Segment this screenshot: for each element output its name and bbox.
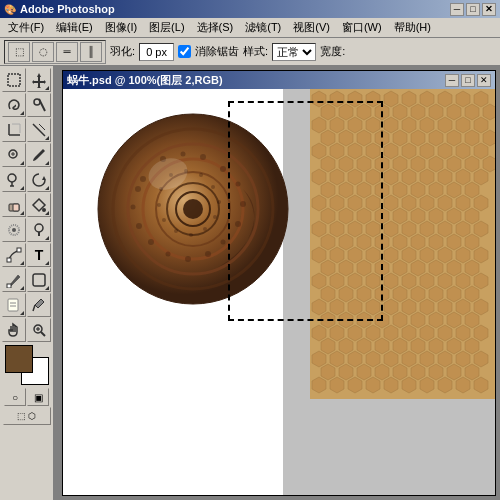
hand-tool[interactable] xyxy=(2,318,26,342)
screen-mode-button[interactable]: ▣ xyxy=(27,388,49,406)
menu-window[interactable]: 窗口(W) xyxy=(336,18,388,37)
svg-point-294 xyxy=(189,233,193,237)
svg-line-9 xyxy=(39,124,45,130)
svg-line-32 xyxy=(33,305,35,311)
main-area: T xyxy=(0,66,500,500)
menu-bar: 文件(F) 编辑(E) 图像(I) 图层(L) 选择(S) 滤镜(T) 视图(V… xyxy=(0,18,500,38)
options-bar: ⬚ ◌ ═ ║ 羽化: 消除锯齿 样式: 正常 宽度: xyxy=(0,38,500,66)
eyedropper-tool[interactable] xyxy=(27,293,51,317)
svg-point-285 xyxy=(135,186,141,192)
tool-row-2 xyxy=(2,93,51,117)
svg-rect-18 xyxy=(13,204,19,211)
notes-tool[interactable] xyxy=(2,293,26,317)
svg-point-283 xyxy=(136,223,142,229)
view-mode-row: ⬚ ⬡ xyxy=(2,407,51,425)
rectangular-marquee-tool[interactable] xyxy=(2,68,26,92)
history-brush-tool[interactable] xyxy=(27,168,51,192)
dodge-tool[interactable] xyxy=(27,218,51,242)
move-tool[interactable] xyxy=(27,68,51,92)
brush-tool[interactable] xyxy=(27,143,51,167)
snail-image xyxy=(83,99,303,319)
doc-close-button[interactable]: ✕ xyxy=(477,74,491,87)
col-marquee-btn[interactable]: ║ xyxy=(80,42,102,62)
tool-row-5 xyxy=(2,168,51,192)
menu-edit[interactable]: 编辑(E) xyxy=(50,18,99,37)
document-window: 蜗牛.psd @ 100%(图层 2,RGB) ─ □ ✕ xyxy=(62,70,496,496)
lasso-tool[interactable] xyxy=(2,93,26,117)
round-marquee-btn[interactable]: ◌ xyxy=(32,42,54,62)
style-label: 样式: xyxy=(243,44,268,59)
style-select[interactable]: 正常 xyxy=(272,43,316,61)
svg-point-297 xyxy=(157,203,161,207)
doc-minimize-button[interactable]: ─ xyxy=(445,74,459,87)
menu-view[interactable]: 视图(V) xyxy=(287,18,336,37)
menu-layer[interactable]: 图层(L) xyxy=(143,18,190,37)
svg-rect-27 xyxy=(7,284,11,288)
tool-row-7 xyxy=(2,218,51,242)
svg-rect-25 xyxy=(7,258,11,262)
svg-point-274 xyxy=(220,166,226,172)
shape-tool[interactable] xyxy=(27,268,51,292)
clone-stamp-tool[interactable] xyxy=(2,168,26,192)
document-titlebar: 蜗牛.psd @ 100%(图层 2,RGB) ─ □ ✕ xyxy=(63,71,495,89)
hex-texture-area xyxy=(310,89,495,495)
rect-marquee-btn[interactable]: ⬚ xyxy=(8,42,30,62)
svg-point-280 xyxy=(185,256,191,262)
feather-input[interactable] xyxy=(139,43,174,61)
svg-point-22 xyxy=(12,228,16,232)
menu-file[interactable]: 文件(F) xyxy=(2,18,50,37)
tool-row-6 xyxy=(2,193,51,217)
canvas-area: 蜗牛.psd @ 100%(图层 2,RGB) ─ □ ✕ xyxy=(54,66,500,500)
document-title: 蜗牛.psd @ 100%(图层 2,RGB) xyxy=(67,73,445,88)
maximize-button[interactable]: □ xyxy=(466,3,480,16)
canvas-content xyxy=(63,89,495,495)
crop-tool[interactable] xyxy=(2,118,26,142)
pen-tool[interactable] xyxy=(2,268,26,292)
foreground-color-swatch[interactable] xyxy=(5,345,33,373)
minimize-button[interactable]: ─ xyxy=(450,3,464,16)
anti-alias-checkbox[interactable] xyxy=(178,45,191,58)
tool-row-3 xyxy=(2,118,51,142)
close-button[interactable]: ✕ xyxy=(482,3,496,16)
tool-row-10 xyxy=(2,293,51,317)
blur-tool[interactable] xyxy=(2,218,26,242)
healing-brush-tool[interactable] xyxy=(2,143,26,167)
app-title: Adobe Photoshop xyxy=(20,3,115,15)
path-tool[interactable] xyxy=(2,243,26,267)
type-tool[interactable]: T xyxy=(27,243,51,267)
title-buttons: ─ □ ✕ xyxy=(450,3,496,16)
svg-rect-29 xyxy=(8,299,18,311)
doc-maximize-button[interactable]: □ xyxy=(461,74,475,87)
tool-row-11 xyxy=(2,318,51,342)
zoom-tool[interactable] xyxy=(27,318,51,342)
svg-point-291 xyxy=(217,200,221,204)
feather-label: 羽化: xyxy=(110,44,135,59)
svg-point-279 xyxy=(205,251,211,257)
app-icon: 🎨 xyxy=(4,4,16,15)
svg-point-278 xyxy=(221,240,226,245)
svg-line-8 xyxy=(33,124,45,136)
svg-point-295 xyxy=(174,229,178,233)
magic-wand-tool[interactable] xyxy=(27,93,51,117)
svg-marker-1 xyxy=(32,73,46,88)
tool-row-4 xyxy=(2,143,51,167)
paint-bucket-tool[interactable] xyxy=(27,193,51,217)
row-marquee-btn[interactable]: ═ xyxy=(56,42,78,62)
svg-point-275 xyxy=(236,182,241,187)
menu-select[interactable]: 选择(S) xyxy=(191,18,240,37)
slice-tool[interactable] xyxy=(27,118,51,142)
svg-point-282 xyxy=(148,239,154,245)
svg-point-292 xyxy=(213,215,217,219)
menu-image[interactable]: 图像(I) xyxy=(99,18,143,37)
color-swatches[interactable] xyxy=(5,345,49,385)
menu-filter[interactable]: 滤镜(T) xyxy=(239,18,287,37)
svg-line-34 xyxy=(41,332,45,336)
quick-mask-button[interactable]: ○ xyxy=(4,388,26,406)
svg-point-293 xyxy=(203,227,207,231)
svg-point-290 xyxy=(211,185,215,189)
tool-panel: T xyxy=(0,66,54,500)
standard-mode-button[interactable]: ⬚ ⬡ xyxy=(3,407,51,425)
eraser-tool[interactable] xyxy=(2,193,26,217)
anti-alias-label: 消除锯齿 xyxy=(195,44,239,59)
menu-help[interactable]: 帮助(H) xyxy=(388,18,437,37)
